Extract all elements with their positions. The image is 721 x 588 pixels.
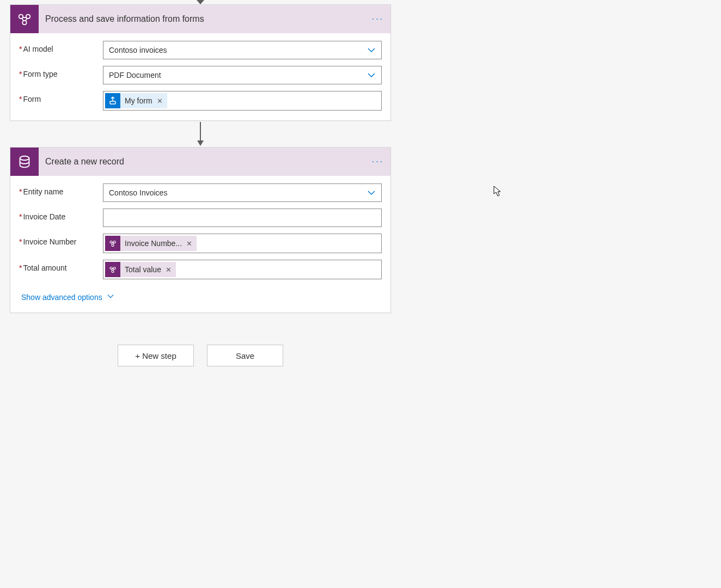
svg-line-21 xyxy=(112,269,112,271)
svg-point-3 xyxy=(22,21,27,25)
trigger-icon xyxy=(105,93,120,108)
field-row-total-amount: *Total amount Total value ✕ xyxy=(19,260,382,279)
token-remove-icon[interactable]: ✕ xyxy=(166,266,172,273)
field-row-ai-model: *AI model Contoso invoices xyxy=(19,41,382,59)
chevron-down-icon xyxy=(367,46,376,54)
field-row-form: *Form My form ✕ xyxy=(19,91,382,111)
footer-buttons: + New step Save xyxy=(10,345,391,366)
token-remove-icon[interactable]: ✕ xyxy=(157,97,163,105)
svg-rect-7 xyxy=(110,101,115,104)
svg-line-16 xyxy=(113,243,114,244)
link-label: Show advanced options xyxy=(21,293,102,302)
dynamic-token-my-form[interactable]: My form ✕ xyxy=(105,93,167,108)
svg-point-1 xyxy=(19,15,23,19)
field-row-entity-name: *Entity name Contoso Invoices xyxy=(19,183,382,202)
select-value: Contoso Invoices xyxy=(109,188,167,197)
token-label: My form xyxy=(125,96,152,105)
form-type-select[interactable]: PDF Document xyxy=(103,66,382,84)
svg-point-19 xyxy=(112,271,114,273)
ai-model-select[interactable]: Contoso invoices xyxy=(103,41,382,59)
card-title: Process and save information from forms xyxy=(39,14,365,24)
connector-arrow[interactable] xyxy=(10,121,391,147)
card-header[interactable]: Process and save information from forms … xyxy=(10,5,390,33)
ai-builder-icon xyxy=(105,262,120,277)
svg-point-12 xyxy=(113,241,115,243)
card-body: *AI model Contoso invoices *Form type PD… xyxy=(10,33,390,120)
card-menu-button[interactable]: ··· xyxy=(365,157,390,167)
svg-line-6 xyxy=(26,19,27,21)
chevron-down-icon xyxy=(107,292,114,302)
token-label: Total value xyxy=(125,265,161,274)
svg-point-18 xyxy=(113,267,115,270)
field-label: *Total amount xyxy=(19,260,103,272)
field-row-form-type: *Form type PDF Document xyxy=(19,66,382,84)
card-body: *Entity name Contoso Invoices *Invoice D… xyxy=(10,176,390,313)
dynamic-token-invoice-number[interactable]: Invoice Numbe... ✕ xyxy=(105,236,197,251)
connector-arrow-tip xyxy=(10,0,391,4)
new-step-button[interactable]: + New step xyxy=(118,345,194,366)
save-button[interactable]: Save xyxy=(207,345,283,366)
invoice-number-input[interactable]: Invoice Numbe... ✕ xyxy=(103,234,382,253)
card-header[interactable]: Create a new record ··· xyxy=(10,148,390,176)
field-row-invoice-number: *Invoice Number Invoice Numbe... ✕ xyxy=(19,234,382,253)
dynamic-token-total-value[interactable]: Total value ✕ xyxy=(105,262,176,277)
show-advanced-options-link[interactable]: Show advanced options xyxy=(19,289,117,303)
token-remove-icon[interactable]: ✕ xyxy=(186,240,192,247)
svg-point-2 xyxy=(26,15,30,19)
chevron-down-icon xyxy=(367,71,376,79)
svg-marker-9 xyxy=(197,140,204,146)
field-label: *Entity name xyxy=(19,183,103,196)
total-amount-input[interactable]: Total value ✕ xyxy=(103,260,382,279)
card-title: Create a new record xyxy=(39,157,365,167)
dataverse-icon xyxy=(10,148,39,176)
field-label: *Invoice Date xyxy=(19,209,103,221)
ai-builder-icon xyxy=(105,236,120,251)
svg-point-13 xyxy=(112,244,114,247)
chevron-down-icon xyxy=(367,188,376,197)
svg-point-11 xyxy=(110,241,112,243)
action-card-create-record: Create a new record ··· *Entity name Con… xyxy=(10,147,391,313)
select-value: PDF Document xyxy=(109,71,161,79)
invoice-date-input[interactable] xyxy=(103,209,382,227)
field-label: *Form type xyxy=(19,66,103,78)
svg-line-15 xyxy=(112,243,112,244)
select-value: Contoso invoices xyxy=(109,46,167,54)
form-input[interactable]: My form ✕ xyxy=(103,91,382,111)
action-card-process-forms: Process and save information from forms … xyxy=(10,4,391,121)
field-row-invoice-date: *Invoice Date xyxy=(19,209,382,227)
svg-point-17 xyxy=(110,267,112,270)
field-label: *Invoice Number xyxy=(19,234,103,246)
svg-line-22 xyxy=(113,269,114,271)
token-label: Invoice Numbe... xyxy=(125,239,182,248)
ai-builder-icon xyxy=(10,5,39,33)
svg-line-5 xyxy=(22,19,23,21)
field-label: *AI model xyxy=(19,41,103,53)
entity-name-select[interactable]: Contoso Invoices xyxy=(103,183,382,202)
svg-marker-0 xyxy=(197,0,204,4)
svg-point-10 xyxy=(20,156,29,161)
field-label: *Form xyxy=(19,91,103,103)
card-menu-button[interactable]: ··· xyxy=(365,14,390,24)
